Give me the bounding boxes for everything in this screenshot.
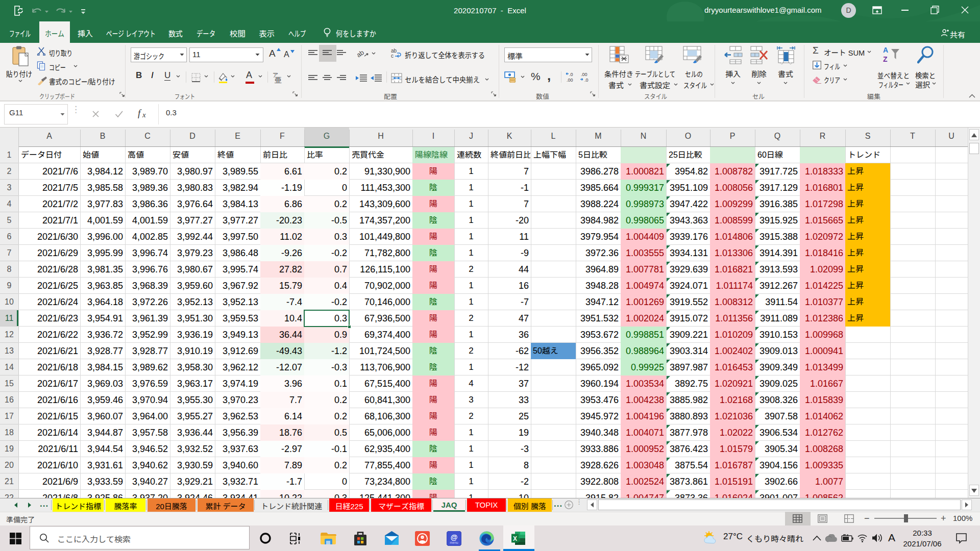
svg-text:.00: .00 xyxy=(567,78,573,83)
svg-text:menu: menu xyxy=(450,541,458,544)
svg-text:c: c xyxy=(391,53,394,59)
svg-text:.00: .00 xyxy=(581,72,587,77)
svg-text:X: X xyxy=(513,535,517,542)
svg-text:f: f xyxy=(138,108,142,118)
svg-text:x: x xyxy=(142,111,146,119)
svg-text:ab: ab xyxy=(357,48,365,59)
svg-text:亜: 亜 xyxy=(275,74,282,83)
svg-text:.0: .0 xyxy=(569,72,573,77)
svg-text:@: @ xyxy=(451,533,458,541)
svg-text:.0: .0 xyxy=(584,78,589,83)
svg-text:Z: Z xyxy=(883,55,888,63)
svg-text:A: A xyxy=(883,46,888,54)
